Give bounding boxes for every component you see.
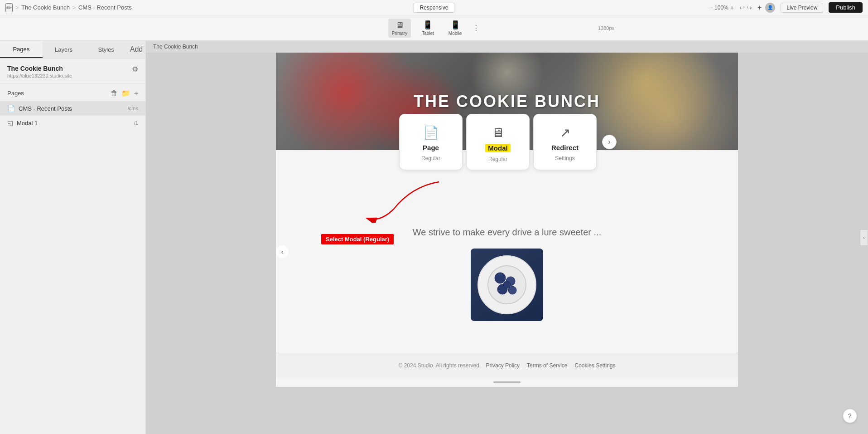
tablet-icon: 📱: [423, 20, 433, 30]
tab-pages[interactable]: Pages: [0, 41, 43, 58]
mobile-icon: 📱: [450, 20, 460, 30]
device-px-label: 1380px: [598, 25, 614, 31]
content-section: 📄 Page Regular 🖥 Modal Regular ↗ Redirec…: [276, 150, 738, 353]
red-arrow-svg: [330, 177, 448, 223]
canvas-page-title: The Cookie Bunch: [153, 44, 198, 50]
help-button[interactable]: ?: [843, 409, 857, 423]
site-info: The Cookie Bunch https://blue132230.stud…: [0, 59, 145, 83]
undo-button[interactable]: ↩: [739, 5, 745, 11]
page-type-page-icon: 📄: [423, 125, 439, 140]
cookies-settings-link[interactable]: Cookies Settings: [574, 362, 615, 369]
page-type-modal-card[interactable]: 🖥 Modal Regular: [466, 114, 530, 170]
breadcrumb-sep1: >: [15, 5, 19, 11]
breadcrumb: ✏ > The Cookie Bunch > CMS - Recent Post…: [5, 3, 132, 12]
page-item-left-modal: ◱ Modal 1: [7, 119, 38, 127]
canvas-left-arrow-button[interactable]: ‹: [276, 245, 289, 258]
zoom-out-button[interactable]: −: [709, 5, 713, 11]
publish-button[interactable]: Publish: [829, 2, 863, 13]
canvas-wrapper: THE COOKIE BUNCH 📄 Page Regular 🖥 Modal: [276, 53, 738, 387]
page-type-page-sub: Regular: [421, 155, 440, 161]
device-primary-label: Primary: [392, 31, 407, 36]
page-icon-cms: 📄: [7, 105, 15, 112]
red-arrow-annotation: [330, 177, 448, 224]
page-type-modal-icon: 🖥: [492, 125, 504, 140]
device-more-button[interactable]: ⋮: [473, 24, 480, 32]
live-preview-button[interactable]: Live Preview: [781, 3, 823, 13]
breadcrumb-page: CMS - Recent Posts: [78, 4, 132, 11]
svg-point-6: [503, 281, 511, 288]
main-layout: Pages Layers Styles Add The Cookie Bunch…: [0, 41, 868, 434]
delete-page-button[interactable]: 🗑: [111, 89, 118, 98]
page-icon-modal: ◱: [7, 119, 13, 127]
cookie-plate-svg: [484, 262, 530, 307]
page-name-modal: Modal 1: [17, 120, 38, 127]
sidebar-tabs: Pages Layers Styles Add: [0, 41, 145, 59]
device-bar: 🖥 Primary 📱 Tablet 📱 Mobile ⋮ 1380px: [0, 15, 868, 41]
device-tablet-button[interactable]: 📱 Tablet: [418, 18, 438, 38]
site-url: https://blue132230.studio.site: [7, 73, 72, 78]
terms-of-service-link[interactable]: Terms of Service: [527, 362, 567, 369]
tab-styles[interactable]: Styles: [85, 41, 127, 58]
device-primary-button[interactable]: 🖥 Primary: [388, 19, 411, 38]
pages-actions: 🗑 📁 +: [111, 89, 138, 98]
page-slug-cms: /cms: [128, 106, 138, 111]
add-element-button[interactable]: +: [757, 4, 762, 12]
top-bar-actions: + 👤: [757, 3, 775, 13]
page-type-redirect-icon: ↗: [560, 125, 570, 140]
tab-layers[interactable]: Layers: [43, 41, 85, 58]
responsive-button[interactable]: Responsive: [413, 3, 455, 13]
site-name: The Cookie Bunch: [7, 65, 72, 72]
cookie-plate: [477, 255, 536, 314]
pages-title: Pages: [7, 90, 24, 97]
pages-section: Pages 🗑 📁 + 📄 CMS - Recent Posts /cms ◱ …: [0, 83, 145, 130]
page-item-modal[interactable]: ◱ Modal 1 /1: [0, 116, 145, 130]
canvas-header: The Cookie Bunch: [146, 41, 868, 53]
privacy-policy-link[interactable]: Privacy Policy: [486, 362, 520, 369]
page-slug-modal: /1: [134, 120, 138, 126]
right-sidebar-toggle[interactable]: ‹: [860, 229, 868, 246]
top-bar: ✏ > The Cookie Bunch > CMS - Recent Post…: [0, 0, 868, 15]
device-mobile-label: Mobile: [448, 31, 462, 36]
canvas-area: The Cookie Bunch THE COOKIE BUNCH 📄 Page…: [146, 41, 868, 434]
page-name-cms: CMS - Recent Posts: [19, 105, 72, 112]
page-item-left: 📄 CMS - Recent Posts: [7, 105, 72, 112]
cookie-image: [471, 249, 543, 321]
left-sidebar: Pages Layers Styles Add The Cookie Bunch…: [0, 41, 146, 434]
site-details: The Cookie Bunch https://blue132230.stud…: [7, 65, 72, 78]
page-type-modal-sub: Regular: [488, 156, 507, 162]
page-type-redirect-label: Redirect: [551, 144, 579, 151]
add-page-button[interactable]: +: [134, 89, 138, 98]
canvas-scroll-indicator: [493, 381, 521, 383]
footer-section: © 2024 Studio. All rights reserved. Priv…: [276, 353, 738, 378]
page-type-page-label: Page: [423, 144, 439, 151]
page-type-redirect-sub: Settings: [555, 155, 574, 161]
svg-point-2: [495, 273, 506, 283]
page-type-next-button[interactable]: ›: [602, 135, 617, 149]
zoom-in-button[interactable]: +: [730, 5, 734, 11]
device-mobile-button[interactable]: 📱 Mobile: [445, 18, 465, 38]
pages-header: Pages 🗑 📁 +: [0, 83, 145, 101]
edit-icon[interactable]: ✏: [5, 3, 13, 12]
select-modal-badge: Select Modal (Regular): [321, 234, 394, 244]
breadcrumb-root: The Cookie Bunch: [21, 4, 70, 11]
avatar: 👤: [765, 3, 775, 13]
top-bar-right: − 100% + ↩ ↪ + 👤 Live Preview Publish: [709, 2, 863, 13]
site-settings-button[interactable]: ⚙: [132, 65, 138, 73]
add-folder-button[interactable]: 📁: [121, 89, 130, 98]
page-type-modal-label: Modal: [485, 144, 510, 152]
page-type-page-card[interactable]: 📄 Page Regular: [399, 114, 463, 170]
responsive-controls: Responsive: [413, 3, 455, 13]
tab-add[interactable]: Add: [127, 41, 145, 58]
hero-title: THE COOKIE BUNCH: [414, 92, 600, 111]
page-type-redirect-card[interactable]: ↗ Redirect Settings: [533, 114, 597, 170]
breadcrumb-sep2: >: [72, 5, 76, 11]
undo-redo-controls: ↩ ↪: [739, 5, 752, 11]
device-tablet-label: Tablet: [422, 31, 434, 36]
desktop-icon: 🖥: [395, 20, 404, 30]
zoom-level: 100%: [714, 5, 728, 11]
page-item-cms[interactable]: 📄 CMS - Recent Posts /cms: [0, 101, 145, 116]
footer-links: Privacy Policy Terms of Service Cookies …: [486, 362, 615, 369]
redo-button[interactable]: ↪: [747, 5, 752, 11]
zoom-controls: − 100% +: [709, 5, 734, 11]
page-type-selector: 📄 Page Regular 🖥 Modal Regular ↗ Redirec…: [397, 114, 617, 170]
